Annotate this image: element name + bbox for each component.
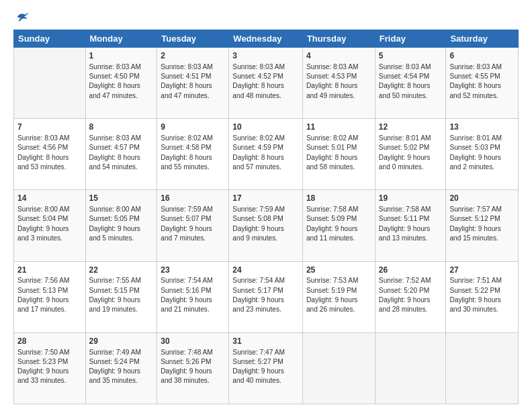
logo [13, 11, 32, 23]
calendar-cell: 27Sunrise: 7:51 AMSunset: 5:22 PMDayligh… [446, 261, 519, 332]
day-number: 6 [449, 50, 515, 62]
day-detail: Daylight: 8 hours [232, 81, 299, 91]
calendar-cell: 22Sunrise: 7:55 AMSunset: 5:15 PMDayligh… [85, 261, 157, 332]
day-detail: Sunrise: 8:03 AM [232, 62, 299, 72]
page-header [13, 11, 519, 23]
calendar-cell: 14Sunrise: 8:00 AMSunset: 5:04 PMDayligh… [14, 190, 86, 261]
day-detail: Daylight: 8 hours [89, 153, 154, 163]
day-detail: Daylight: 9 hours [17, 295, 82, 305]
day-detail: Sunrise: 8:03 AM [161, 62, 225, 72]
day-detail: and 7 minutes. [161, 234, 225, 243]
day-detail: Daylight: 9 hours [449, 295, 515, 305]
day-detail: Sunset: 5:05 PM [89, 214, 154, 224]
day-detail: Sunrise: 7:59 AM [161, 205, 225, 214]
col-header-tuesday: Tuesday [157, 30, 229, 48]
day-detail: and 50 minutes. [379, 91, 443, 101]
day-detail: Sunrise: 8:03 AM [306, 62, 371, 72]
day-detail: Daylight: 9 hours [161, 224, 225, 234]
day-detail: and 23 minutes. [232, 305, 299, 314]
day-detail: Sunrise: 7:47 AM [232, 348, 299, 357]
day-detail: Daylight: 9 hours [379, 224, 443, 234]
column-header-row: SundayMondayTuesdayWednesdayThursdayFrid… [14, 30, 519, 48]
day-detail: Sunset: 5:17 PM [232, 286, 299, 295]
day-detail: Daylight: 8 hours [161, 81, 225, 91]
day-detail: Daylight: 8 hours [89, 81, 154, 91]
day-detail: and 47 minutes. [89, 91, 154, 101]
day-detail: Daylight: 9 hours [232, 224, 299, 234]
day-detail: Sunset: 4:59 PM [232, 143, 299, 152]
day-detail: Daylight: 9 hours [379, 295, 443, 305]
day-detail: and 2 minutes. [449, 163, 515, 172]
day-detail: Daylight: 9 hours [232, 367, 299, 376]
day-detail: and 17 minutes. [17, 305, 82, 314]
day-detail: Sunrise: 8:03 AM [17, 134, 82, 143]
day-number: 2 [161, 50, 225, 62]
day-detail: Daylight: 9 hours [449, 153, 515, 163]
calendar-cell: 30Sunrise: 7:48 AMSunset: 5:26 PMDayligh… [157, 332, 229, 404]
calendar-cell: 13Sunrise: 8:01 AMSunset: 5:03 PMDayligh… [446, 119, 519, 190]
day-detail: Sunrise: 7:58 AM [306, 205, 371, 214]
day-detail: Daylight: 9 hours [17, 224, 82, 234]
day-detail: Sunset: 4:53 PM [306, 72, 371, 81]
day-detail: Sunrise: 7:54 AM [161, 276, 225, 285]
day-detail: Sunrise: 7:48 AM [161, 348, 225, 357]
day-number: 15 [89, 193, 154, 204]
day-detail: Daylight: 9 hours [306, 295, 371, 305]
calendar-cell: 8Sunrise: 8:03 AMSunset: 4:57 PMDaylight… [85, 119, 157, 190]
col-header-sunday: Sunday [14, 30, 86, 48]
day-number: 27 [449, 265, 515, 276]
calendar-cell: 17Sunrise: 7:59 AMSunset: 5:08 PMDayligh… [229, 190, 303, 261]
day-detail: Sunrise: 7:52 AM [379, 276, 443, 285]
day-detail: Sunrise: 8:03 AM [89, 134, 154, 143]
day-detail: Sunrise: 7:49 AM [89, 348, 154, 357]
day-detail: and 26 minutes. [306, 305, 371, 314]
day-detail: Daylight: 9 hours [89, 367, 154, 376]
day-detail: Sunrise: 7:53 AM [306, 276, 371, 285]
day-detail: Sunset: 5:22 PM [449, 286, 515, 295]
week-row-5: 28Sunrise: 7:50 AMSunset: 5:23 PMDayligh… [14, 332, 519, 404]
day-detail: Sunrise: 8:03 AM [89, 62, 154, 72]
day-detail: and 19 minutes. [89, 305, 154, 314]
day-detail: Sunset: 5:13 PM [17, 286, 82, 295]
week-row-3: 14Sunrise: 8:00 AMSunset: 5:04 PMDayligh… [14, 190, 519, 261]
day-detail: and 33 minutes. [17, 376, 82, 385]
day-number: 12 [379, 122, 443, 133]
calendar-cell: 10Sunrise: 8:02 AMSunset: 4:59 PMDayligh… [229, 119, 303, 190]
day-number: 11 [306, 122, 371, 133]
calendar-cell: 4Sunrise: 8:03 AMSunset: 4:53 PMDaylight… [302, 48, 375, 119]
day-detail: Sunset: 4:57 PM [89, 143, 154, 152]
day-detail: and 30 minutes. [449, 305, 515, 314]
day-detail: Sunset: 5:20 PM [379, 286, 443, 295]
day-detail: Daylight: 8 hours [449, 81, 515, 91]
day-number: 17 [232, 193, 299, 204]
day-detail: Sunrise: 7:59 AM [232, 205, 299, 214]
day-detail: and 55 minutes. [161, 163, 225, 172]
day-detail: and 49 minutes. [306, 91, 371, 101]
day-detail: Sunset: 5:09 PM [306, 214, 371, 224]
calendar-cell: 16Sunrise: 7:59 AMSunset: 5:07 PMDayligh… [157, 190, 229, 261]
day-detail: Sunset: 5:01 PM [306, 143, 371, 152]
day-detail: and 3 minutes. [17, 234, 82, 243]
day-number: 18 [306, 193, 371, 204]
calendar-cell: 2Sunrise: 8:03 AMSunset: 4:51 PMDaylight… [157, 48, 229, 119]
day-detail: and 15 minutes. [449, 234, 515, 243]
day-number: 28 [17, 336, 82, 347]
calendar-cell: 6Sunrise: 8:03 AMSunset: 4:55 PMDaylight… [446, 48, 519, 119]
calendar-cell [14, 48, 86, 119]
day-detail: and 47 minutes. [161, 91, 225, 101]
day-detail: Daylight: 8 hours [232, 153, 299, 163]
day-detail: and 58 minutes. [306, 163, 371, 172]
calendar-cell: 29Sunrise: 7:49 AMSunset: 5:24 PMDayligh… [85, 332, 157, 404]
day-number: 13 [449, 122, 515, 133]
day-detail: and 35 minutes. [89, 376, 154, 385]
week-row-1: 1Sunrise: 8:03 AMSunset: 4:50 PMDaylight… [14, 48, 519, 119]
calendar-cell: 9Sunrise: 8:02 AMSunset: 4:58 PMDaylight… [157, 119, 229, 190]
day-number: 3 [232, 50, 299, 62]
day-detail: and 48 minutes. [232, 91, 299, 101]
day-number: 25 [306, 265, 371, 276]
day-detail: Daylight: 9 hours [306, 224, 371, 234]
day-detail: and 9 minutes. [232, 234, 299, 243]
day-detail: Sunrise: 7:58 AM [379, 205, 443, 214]
day-detail: Sunrise: 7:56 AM [17, 276, 82, 285]
day-number: 20 [449, 193, 515, 204]
